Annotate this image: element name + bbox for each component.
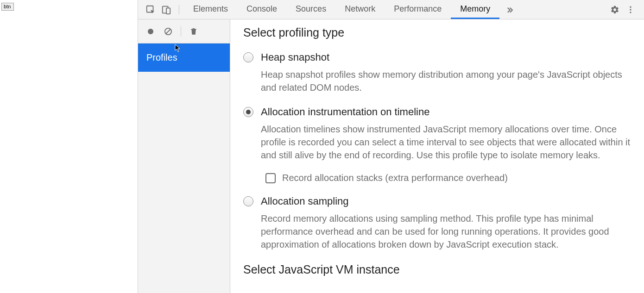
tab-network[interactable]: Network [335, 0, 385, 19]
devtools-panel: Elements Console Sources Network Perform… [138, 0, 644, 293]
allocation-sampling-title: Allocation sampling [261, 195, 349, 207]
settings-icon[interactable] [607, 5, 623, 14]
page-button[interactable]: btn [1, 3, 14, 11]
clear-button[interactable] [160, 24, 176, 39]
tab-performance[interactable]: Performance [385, 0, 451, 19]
allocation-sampling-radio[interactable] [243, 196, 253, 206]
tab-overflow-icon[interactable] [499, 0, 520, 19]
separator [179, 5, 179, 14]
allocation-sampling-desc: Record memory allocations using sampling… [261, 212, 631, 251]
heap-snapshot-radio[interactable] [243, 52, 253, 62]
allocation-timeline-radio[interactable] [243, 107, 253, 117]
allocation-timeline-desc: Allocation timelines show instrumented J… [261, 123, 631, 162]
devtools-tabbar: Elements Console Sources Network Perform… [138, 0, 644, 19]
option-heap-snapshot: Heap snapshot Heap snapshot profiles sho… [243, 51, 631, 94]
tab-sources[interactable]: Sources [286, 0, 335, 19]
record-stacks-label: Record allocation stacks (extra performa… [282, 173, 508, 183]
allocation-timeline-title: Allocation instrumentation on timeline [261, 106, 429, 118]
sidebar-toolbar [138, 19, 230, 44]
main-panel: Select profiling type Heap snapshot Heap… [230, 19, 644, 293]
tab-console[interactable]: Console [237, 0, 286, 19]
tab-list: Elements Console Sources Network Perform… [184, 0, 520, 19]
record-button[interactable] [143, 24, 158, 39]
kebab-menu-icon[interactable] [623, 5, 638, 14]
separator [181, 26, 181, 37]
svg-point-4 [630, 9, 631, 10]
inspect-icon[interactable] [143, 0, 158, 19]
svg-rect-2 [166, 8, 170, 14]
svg-point-3 [630, 6, 631, 7]
select-vm-title: Select JavaScript VM instance [243, 263, 631, 276]
profiles-section[interactable]: Profiles [138, 44, 230, 72]
tab-memory[interactable]: Memory [451, 0, 499, 19]
delete-button[interactable] [186, 24, 202, 39]
tab-elements[interactable]: Elements [184, 0, 237, 19]
select-profiling-type-title: Select profiling type [243, 26, 631, 39]
heap-snapshot-title: Heap snapshot [261, 51, 329, 63]
svg-point-5 [630, 12, 631, 13]
option-allocation-timeline: Allocation instrumentation on timeline A… [243, 106, 631, 183]
svg-line-8 [166, 29, 170, 34]
record-stacks-checkbox[interactable] [265, 173, 276, 183]
svg-point-6 [148, 29, 153, 34]
device-toggle-icon[interactable] [158, 0, 174, 19]
option-allocation-sampling: Allocation sampling Record memory alloca… [243, 195, 631, 251]
sidebar: Profiles [138, 19, 230, 293]
heap-snapshot-desc: Heap snapshot profiles show memory distr… [261, 68, 631, 94]
